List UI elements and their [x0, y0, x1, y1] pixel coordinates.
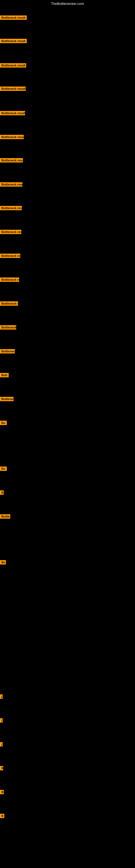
bottleneck-badge: Bottleneck re: [0, 301, 18, 306]
bottleneck-badge: Bo: [0, 560, 6, 564]
bottleneck-badge: Bottleneck result: [0, 39, 27, 43]
bottleneck-badge: Bottleneck resul: [0, 135, 24, 139]
bottleneck-badge: Bottleneck result: [0, 182, 22, 187]
bottleneck-badge: Bo: [0, 421, 7, 425]
bottleneck-badge: Bott: [0, 373, 9, 377]
bottleneck-badge: Bottleneck resul: [0, 206, 22, 210]
bottleneck-badge: Bo: [0, 467, 7, 471]
bottleneck-badge: |: [0, 742, 3, 746]
bottleneck-badge: B: [0, 790, 4, 794]
bottleneck-badge: Bottlenec: [0, 349, 15, 353]
bottleneck-badge: Bottlene: [0, 397, 13, 401]
bottleneck-badge: Bottleneck res: [0, 254, 20, 258]
bottleneck-badge: B: [0, 766, 3, 770]
bottleneck-badge: |: [0, 694, 3, 699]
bottleneck-badge: Bottleneck result: [0, 158, 23, 162]
bottleneck-badge: Bottleneck result: [0, 63, 26, 67]
bottleneck-badge: Bottleneck resu: [0, 230, 21, 234]
bottleneck-badge: B: [0, 814, 4, 818]
bottleneck-badge: Bottleneck r: [0, 325, 16, 330]
bottleneck-badge: B: [0, 490, 4, 495]
bottleneck-badge: Bottleneck result: [0, 87, 26, 91]
bottleneck-badge: Bottleneck result: [0, 111, 25, 115]
bottleneck-badge: |: [0, 718, 3, 723]
site-title: TheBottlenecker.com: [0, 0, 135, 7]
bottleneck-badge: Bottleneck result: [0, 16, 27, 20]
bottleneck-badge: Bottleneck re: [0, 278, 19, 282]
bottleneck-badge: Bottle: [0, 514, 10, 519]
